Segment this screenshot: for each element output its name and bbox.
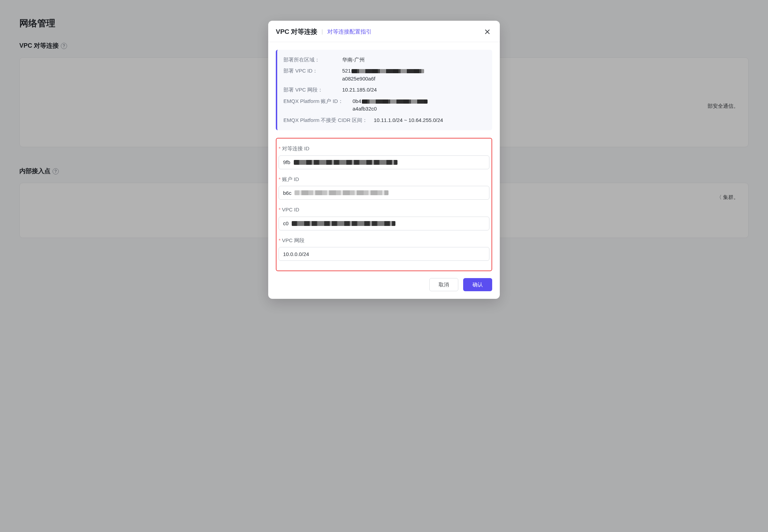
form-label: *账户 ID: [279, 175, 489, 183]
modal-overlay: VPC 对等连接 | 对等连接配置指引 部署所在区域： 华南-广州 部署 VPC…: [0, 0, 768, 532]
confirm-button[interactable]: 确认: [463, 278, 492, 291]
info-row-cidr-reject: EMQX Platform 不接受 CIDR 区间： 10.11.1.0/24 …: [283, 116, 485, 124]
close-icon: [485, 29, 490, 35]
info-value-prefix: 521: [342, 68, 351, 74]
info-label: 部署 VPC ID：: [283, 67, 342, 75]
vpc-cidr-input[interactable]: [279, 247, 489, 261]
vpc-peering-modal: VPC 对等连接 | 对等连接配置指引 部署所在区域： 华南-广州 部署 VPC…: [268, 21, 500, 299]
info-value: 华南-广州: [342, 56, 485, 64]
info-row-vpc-id: 部署 VPC ID： 521 a0825e900a6f: [283, 67, 485, 83]
redacted-segment: [362, 99, 428, 104]
separator: |: [321, 28, 323, 36]
form-group-vpc-cidr: *VPC 网段: [279, 237, 489, 261]
form-label: *VPC ID: [279, 206, 489, 214]
info-value-line2: a4afb32c0: [353, 106, 377, 112]
info-row-region: 部署所在区域： 华南-广州: [283, 56, 485, 64]
info-value-prefix: 0b4: [353, 98, 361, 104]
modal-title: VPC 对等连接: [276, 27, 317, 37]
label-text: VPC 网段: [282, 237, 305, 243]
info-value: 10.11.1.0/24 ~ 10.64.255.0/24: [374, 116, 485, 124]
info-value: 521 a0825e900a6f: [342, 67, 485, 83]
label-text: 账户 ID: [282, 176, 299, 182]
info-value-line2: a0825e900a6f: [342, 76, 375, 82]
redacted-segment: [294, 160, 397, 165]
info-row-vpc-cidr: 部署 VPC 网段： 10.21.185.0/24: [283, 86, 485, 94]
modal-footer: 取消 确认: [268, 274, 500, 299]
highlighted-form-area: *对等连接 ID *账户 ID *VPC ID: [276, 138, 492, 271]
redacted-segment: [292, 221, 395, 226]
info-value: 10.21.185.0/24: [342, 86, 485, 94]
guide-link[interactable]: 对等连接配置指引: [327, 28, 372, 36]
form-group-vpc-id: *VPC ID: [279, 206, 489, 230]
info-label: 部署所在区域：: [283, 56, 342, 64]
form-label: *对等连接 ID: [279, 145, 489, 153]
info-label: EMQX Platform 账户 ID：: [283, 97, 353, 105]
deployment-info-box: 部署所在区域： 华南-广州 部署 VPC ID： 521 a0825e900a6…: [276, 50, 492, 131]
form-group-peer-id: *对等连接 ID: [279, 145, 489, 169]
form-label: *VPC 网段: [279, 237, 489, 245]
form-group-account-id: *账户 ID: [279, 175, 489, 200]
info-row-account-id: EMQX Platform 账户 ID： 0b4 a4afb32c0: [283, 97, 485, 113]
info-label: EMQX Platform 不接受 CIDR 区间：: [283, 116, 367, 124]
redacted-segment: [294, 190, 388, 195]
label-text: VPC ID: [282, 207, 299, 212]
redacted-segment: [352, 69, 424, 73]
info-label: 部署 VPC 网段：: [283, 86, 342, 94]
close-button[interactable]: [483, 27, 492, 37]
cancel-button[interactable]: 取消: [429, 278, 458, 291]
label-text: 对等连接 ID: [282, 145, 309, 151]
modal-header: VPC 对等连接 | 对等连接配置指引: [268, 21, 500, 42]
info-value: 0b4 a4afb32c0: [353, 97, 485, 113]
